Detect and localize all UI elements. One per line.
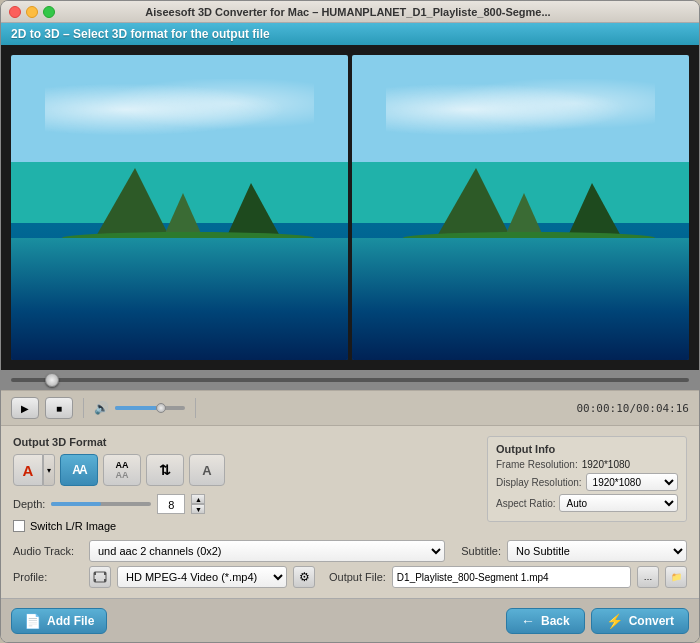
format-section-label: Output 3D Format — [13, 436, 467, 448]
mountain-right-1 — [226, 183, 281, 238]
subtitle-select[interactable]: No Subtitle — [507, 540, 687, 562]
sky-right — [386, 79, 656, 140]
time-display: 00:00:10/00:04:16 — [576, 402, 689, 415]
frame-res-label: Frame Resolution: — [496, 459, 578, 470]
svg-rect-4 — [104, 579, 106, 582]
settings-button[interactable]: ⚙ — [293, 566, 315, 588]
display-res-row: Display Resolution: 1920*1080 — [496, 473, 678, 491]
video-frame-left — [11, 55, 348, 360]
controls-bar: ▶ ■ 🔊 00:00:10/00:04:16 — [1, 390, 699, 426]
subtitle-label: Subtitle: — [461, 545, 501, 557]
add-file-button[interactable]: 📄 Add File — [11, 608, 107, 634]
display-res-select[interactable]: 1920*1080 — [586, 473, 678, 491]
svg-rect-1 — [94, 572, 96, 575]
switch-lr-label: Switch L/R Image — [30, 520, 116, 532]
volume-slider[interactable] — [115, 406, 185, 410]
aspect-ratio-row: Aspect Ratio: Auto — [496, 494, 678, 512]
fmt-dropdown-1[interactable]: ▾ — [43, 454, 55, 486]
audio-track-select[interactable]: und aac 2 channels (0x2) — [89, 540, 445, 562]
depth-value[interactable]: 8 — [157, 494, 185, 514]
aspect-ratio-label: Aspect Ratio: — [496, 498, 555, 509]
fmt-button-red-a[interactable]: A — [13, 454, 43, 486]
volume-thumb[interactable] — [156, 403, 166, 413]
fmt-button-double-stack[interactable]: AA AA — [103, 454, 141, 486]
video-area — [1, 45, 699, 370]
audio-subtitle-row: Audio Track: und aac 2 channels (0x2) Su… — [13, 540, 687, 562]
profile-select[interactable]: HD MPEG-4 Video (*.mp4) — [117, 566, 287, 588]
switch-lr-row: Switch L/R Image — [13, 520, 467, 532]
profile-icon — [89, 566, 111, 588]
bottom-rows: Audio Track: und aac 2 channels (0x2) Su… — [13, 540, 687, 588]
separator-1 — [83, 398, 84, 418]
profile-label: Profile: — [13, 571, 83, 583]
mountain-right-2 — [567, 183, 622, 238]
sky-left — [45, 79, 315, 140]
profile-output-row: Profile: HD MPEG-4 Video (*.mp4) ⚙ — [13, 566, 687, 588]
switch-lr-checkbox[interactable] — [13, 520, 25, 532]
scrubber-thumb[interactable] — [45, 373, 59, 387]
aspect-ratio-select[interactable]: Auto — [559, 494, 678, 512]
svg-rect-2 — [94, 579, 96, 582]
depth-arrows: ▲ ▼ — [191, 494, 205, 514]
fmt-button-anaglyph[interactable]: A — [189, 454, 225, 486]
stop-button[interactable]: ■ — [45, 397, 73, 419]
titlebar: Aiseesoft 3D Converter for Mac – HUMANPL… — [1, 1, 699, 23]
svg-rect-3 — [104, 572, 106, 575]
convert-icon: ⚡ — [606, 613, 623, 629]
scrubber-track[interactable] — [11, 378, 689, 382]
mountain-left-1 — [95, 168, 170, 238]
fmt-button-swap[interactable]: ⇅ — [146, 454, 184, 486]
action-bar: 📄 Add File ← Back ⚡ Convert — [1, 598, 699, 642]
volume-icon: 🔊 — [94, 401, 109, 415]
frame-res-value: 1920*1080 — [582, 459, 630, 470]
depth-area: Depth: 8 ▲ ▼ Switch L/R Image — [13, 494, 467, 532]
display-res-label: Display Resolution: — [496, 477, 582, 488]
format-buttons-row: A ▾ AA AA AA ⇅ — [13, 454, 467, 486]
separator-2 — [195, 398, 196, 418]
film-icon — [93, 570, 107, 584]
depth-row: Depth: 8 ▲ ▼ — [13, 494, 467, 514]
convert-label: Convert — [629, 614, 674, 628]
options-top-row: Output 3D Format A ▾ AA AA — [13, 436, 687, 532]
output-info-panel: Output Info Frame Resolution: 1920*1080 … — [487, 436, 687, 522]
output-info-title: Output Info — [496, 443, 678, 455]
back-icon: ← — [521, 613, 535, 629]
volume-fill — [115, 406, 157, 410]
depth-label: Depth: — [13, 498, 45, 510]
mountain-left-2 — [436, 168, 511, 238]
scrubber-area[interactable] — [1, 370, 699, 390]
depth-slider[interactable] — [51, 502, 151, 506]
format-banner: 2D to 3D – Select 3D format for the outp… — [1, 23, 699, 45]
depth-up[interactable]: ▲ — [191, 494, 205, 504]
fmt-btn-1-group: A ▾ — [13, 454, 55, 486]
main-window: Aiseesoft 3D Converter for Mac – HUMANPL… — [0, 0, 700, 643]
format-section: Output 3D Format A ▾ AA AA — [13, 436, 467, 532]
output-file-label: Output File: — [329, 571, 386, 583]
output-file-input[interactable] — [392, 566, 631, 588]
fmt-button-double-left[interactable]: AA — [60, 454, 98, 486]
water-right — [352, 238, 689, 360]
back-label: Back — [541, 614, 570, 628]
options-panel: Output 3D Format A ▾ AA AA — [1, 426, 699, 598]
depth-fill — [51, 502, 101, 506]
window-title: Aiseesoft 3D Converter for Mac – HUMANPL… — [5, 6, 691, 18]
add-file-icon: 📄 — [24, 613, 41, 629]
play-button[interactable]: ▶ — [11, 397, 39, 419]
add-file-label: Add File — [47, 614, 94, 628]
output-folder-button[interactable]: 📁 — [665, 566, 687, 588]
water-left — [11, 238, 348, 360]
audio-track-label: Audio Track: — [13, 545, 83, 557]
frame-res-row: Frame Resolution: 1920*1080 — [496, 459, 678, 470]
back-button[interactable]: ← Back — [506, 608, 585, 634]
convert-button[interactable]: ⚡ Convert — [591, 608, 689, 634]
depth-down[interactable]: ▼ — [191, 504, 205, 514]
output-file-browse-button[interactable]: … — [637, 566, 659, 588]
video-frame-right — [352, 55, 689, 360]
video-frames — [11, 55, 689, 360]
